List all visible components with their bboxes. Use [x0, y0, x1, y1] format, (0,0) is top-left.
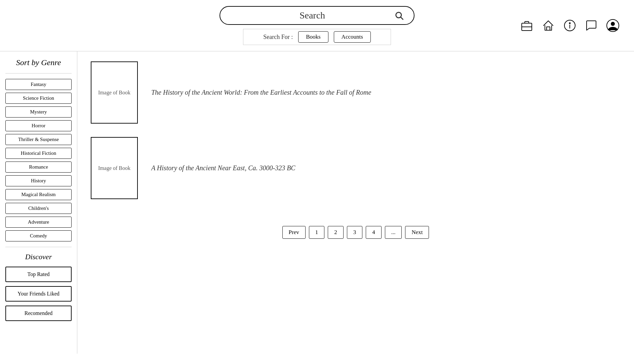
genre-btn-thriller---suspense[interactable]: Thriller & Suspense [5, 134, 72, 145]
search-section: Search Search For : Books Accounts [220, 6, 414, 45]
discover-title: Discover [5, 253, 72, 261]
sidebar-divider-2 [5, 247, 72, 247]
search-books-button[interactable]: Books [298, 31, 328, 43]
book-title-1: A History of the Ancient Near East, Ca. … [151, 164, 295, 172]
pagination-page-2[interactable]: 2 [328, 226, 344, 239]
svg-line-1 [401, 17, 403, 19]
profile-icon[interactable] [605, 18, 621, 33]
svg-point-9 [611, 22, 615, 26]
pagination: Prev1234...Next [91, 226, 621, 252]
pagination-page-1[interactable]: 1 [309, 226, 325, 239]
sidebar-divider-1 [5, 73, 72, 74]
home-icon[interactable] [541, 18, 556, 33]
genre-buttons: FantasyScience FictionMysteryHorrorThril… [5, 79, 72, 241]
genre-btn-comedy[interactable]: Comedy [5, 230, 72, 241]
pagination-page-4[interactable]: 4 [366, 226, 382, 239]
genre-btn-magical-realism[interactable]: Magical Realism [5, 189, 72, 200]
discover-btn-top-rated[interactable]: Top Rated [5, 267, 72, 282]
search-icon [394, 11, 404, 20]
search-bar[interactable]: Search [220, 6, 414, 25]
search-text: Search [230, 10, 394, 21]
book-item-0: Image of BookThe History of the Ancient … [91, 61, 621, 124]
discover-btn-your-friends-liked[interactable]: Your Friends Liked [5, 286, 72, 302]
book-list: Image of BookThe History of the Ancient … [91, 61, 621, 199]
search-for-row: Search For : Books Accounts [243, 29, 391, 45]
pagination-next[interactable]: Next [405, 226, 429, 239]
discover-section: Discover Top RatedYour Friends LikedReco… [5, 253, 72, 321]
svg-rect-4 [547, 27, 550, 30]
info-icon[interactable] [562, 18, 578, 33]
pagination-page-...[interactable]: ... [385, 226, 402, 239]
genre-btn-history[interactable]: History [5, 175, 72, 186]
pagination-page-3[interactable]: 3 [347, 226, 363, 239]
search-for-label: Search For : [263, 34, 293, 41]
genre-btn-adventure[interactable]: Adventure [5, 217, 72, 228]
svg-point-7 [569, 23, 570, 24]
sort-by-genre-title: Sort by Genre [5, 58, 72, 67]
nav-icons [519, 18, 621, 33]
genre-btn-mystery[interactable]: Mystery [5, 106, 72, 118]
page-header: Search Search For : Books Accounts [0, 0, 634, 51]
discover-btn-recomended[interactable]: Recomended [5, 306, 72, 321]
book-image-1[interactable]: Image of Book [91, 137, 138, 199]
discover-buttons: Top RatedYour Friends LikedRecomended [5, 267, 72, 321]
main-content: Image of BookThe History of the Ancient … [77, 51, 634, 354]
genre-btn-horror[interactable]: Horror [5, 120, 72, 131]
search-accounts-button[interactable]: Accounts [334, 31, 371, 43]
pagination-prev[interactable]: Prev [282, 226, 306, 239]
book-image-0[interactable]: Image of Book [91, 61, 138, 124]
book-title-0: The History of the Ancient World: From t… [151, 89, 371, 96]
main-layout: Sort by Genre FantasyScience FictionMyst… [0, 51, 634, 354]
briefcase-icon[interactable] [519, 18, 534, 33]
genre-btn-romance[interactable]: Romance [5, 162, 72, 173]
book-item-1: Image of BookA History of the Ancient Ne… [91, 137, 621, 199]
genre-btn-fantasy[interactable]: Fantasy [5, 79, 72, 90]
genre-btn-historical-fiction[interactable]: Historical Fiction [5, 148, 72, 159]
genre-btn-science-fiction[interactable]: Science Fiction [5, 93, 72, 104]
genre-btn-children-s[interactable]: Children's [5, 203, 72, 214]
sidebar: Sort by Genre FantasyScience FictionMyst… [0, 51, 77, 354]
chat-icon[interactable] [584, 18, 599, 33]
